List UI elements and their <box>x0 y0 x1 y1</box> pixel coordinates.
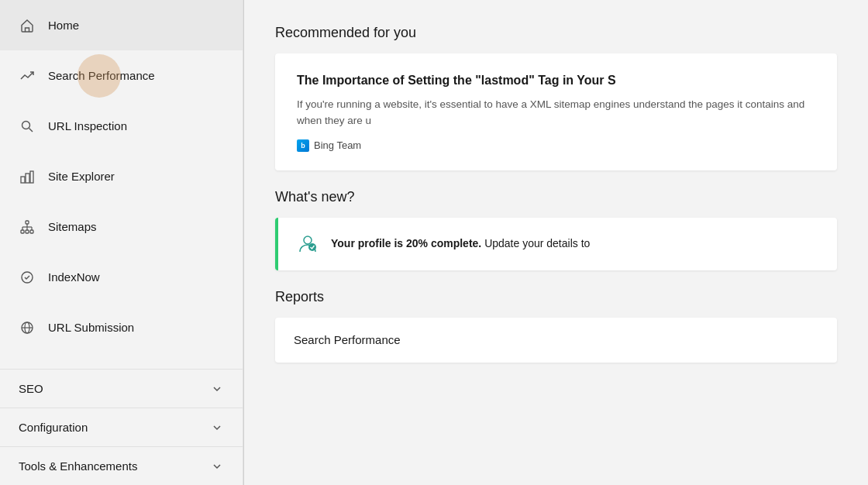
sidebar-item-url-submission[interactable]: URL Submission <box>0 302 243 353</box>
tools-chevron-icon <box>210 459 224 473</box>
recommended-card-title: The Importance of Setting the "lastmod" … <box>297 72 815 89</box>
sidebar-group-tools-enhancements[interactable]: Tools & Enhancements <box>0 446 243 485</box>
configuration-group-label: Configuration <box>19 421 88 434</box>
sidebar-item-url-inspection[interactable]: URL Inspection <box>0 101 243 151</box>
svg-point-19 <box>308 243 316 251</box>
svg-rect-5 <box>26 221 29 224</box>
recommended-card-body: If you're running a website, it's essent… <box>297 97 815 129</box>
seo-chevron-icon <box>210 382 224 396</box>
sidebar-sitemaps-label: Sitemaps <box>48 220 97 233</box>
reports-card[interactable]: Search Performance <box>275 318 837 363</box>
svg-rect-6 <box>21 230 24 233</box>
recommended-card-author: b Bing Team <box>297 139 815 152</box>
sidebar-indexnow-label: IndexNow <box>48 270 100 284</box>
svg-point-0 <box>22 121 30 129</box>
sidebar-group-configuration[interactable]: Configuration <box>0 408 243 446</box>
sidebar-site-explorer-label: Site Explorer <box>48 170 115 183</box>
sidebar-url-inspection-label: URL Inspection <box>48 119 127 132</box>
configuration-chevron-icon <box>210 421 224 435</box>
sidebar-item-sitemaps[interactable]: Sitemaps <box>0 201 243 252</box>
profile-bold-text: Your profile is 20% complete. <box>331 237 481 249</box>
svg-rect-2 <box>21 177 25 183</box>
whats-new-section: What's new? Your profile is 20% complete… <box>275 189 837 270</box>
site-explorer-icon <box>19 168 36 185</box>
home-icon <box>19 17 36 34</box>
recommended-title: Recommended for you <box>275 25 837 41</box>
seo-group-label: SEO <box>19 382 43 395</box>
sidebar-item-indexnow[interactable]: IndexNow <box>0 252 243 302</box>
whats-new-title: What's new? <box>275 189 837 205</box>
recommended-section: Recommended for you The Importance of Se… <box>275 25 837 170</box>
sidebar: Home Search Performance URL Inspection <box>0 0 243 485</box>
reports-card-search-performance: Search Performance <box>294 333 401 346</box>
svg-point-14 <box>22 272 33 283</box>
svg-rect-7 <box>26 230 29 233</box>
svg-rect-3 <box>26 174 29 183</box>
sitemaps-icon <box>19 218 36 236</box>
bing-logo-icon: b <box>297 139 309 152</box>
svg-line-1 <box>29 128 33 132</box>
sidebar-search-performance-label: Search Performance <box>48 69 155 82</box>
trending-icon <box>19 67 36 84</box>
sidebar-url-submission-label: URL Submission <box>48 321 134 334</box>
sidebar-home-label: Home <box>48 19 79 32</box>
indexnow-icon <box>19 269 36 286</box>
svg-rect-8 <box>30 230 33 233</box>
sidebar-item-home[interactable]: Home <box>0 0 243 50</box>
tools-enhancements-group-label: Tools & Enhancements <box>19 459 137 473</box>
sidebar-group-seo[interactable]: SEO <box>0 369 243 408</box>
content-area: Recommended for you The Importance of Se… <box>244 0 868 485</box>
main-content: Recommended for you The Importance of Se… <box>244 0 868 485</box>
search-icon <box>19 118 36 135</box>
profile-text: Your profile is 20% complete. Update you… <box>331 236 590 252</box>
profile-complete-icon <box>295 232 320 256</box>
reports-title: Reports <box>275 289 837 305</box>
url-submission-icon <box>19 319 36 336</box>
sidebar-item-site-explorer[interactable]: Site Explorer <box>0 151 243 201</box>
profile-card[interactable]: Your profile is 20% complete. Update you… <box>275 218 837 270</box>
profile-normal-text: Update your details to <box>481 237 590 249</box>
recommended-card[interactable]: The Importance of Setting the "lastmod" … <box>275 53 837 170</box>
author-name: Bing Team <box>314 139 361 151</box>
svg-point-18 <box>304 236 312 244</box>
svg-rect-4 <box>30 171 33 183</box>
sidebar-item-search-performance[interactable]: Search Performance <box>0 50 243 101</box>
reports-section: Reports Search Performance <box>275 289 837 363</box>
